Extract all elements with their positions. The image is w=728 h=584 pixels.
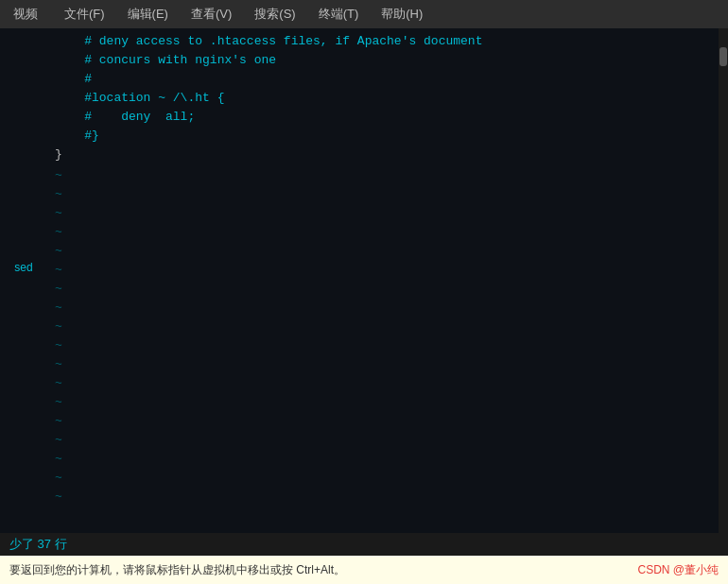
code-line-2: # concurs with nginx's one [47, 51, 719, 70]
status-bar: 少了 37 行 [0, 533, 728, 556]
tilde-2: ~ [55, 185, 711, 204]
sidebar: sed [0, 28, 47, 533]
sidebar-mode-label: sed [0, 259, 47, 276]
menu-terminal[interactable]: 终端(T) [309, 4, 369, 25]
menu-edit[interactable]: 编辑(E) [118, 4, 178, 25]
editor-area: sed # deny access to .htaccess files, if… [0, 28, 728, 533]
notification-brand: CSDN @董小纯 [637, 562, 719, 578]
tilde-12: ~ [55, 374, 711, 393]
code-editor[interactable]: # deny access to .htaccess files, if Apa… [47, 28, 719, 533]
code-line-3: # [47, 70, 719, 89]
tilde-7: ~ [55, 280, 711, 299]
status-text: 少了 37 行 [9, 536, 67, 553]
tilde-16: ~ [55, 450, 711, 469]
menu-help[interactable]: 帮助(H) [372, 4, 432, 25]
menu-view[interactable]: 查看(V) [182, 4, 241, 25]
tilde-17: ~ [55, 469, 711, 488]
tilde-5: ~ [55, 242, 711, 261]
tilde-13: ~ [55, 393, 711, 412]
code-line-1: # deny access to .htaccess files, if Apa… [47, 32, 719, 51]
tilde-1: ~ [55, 166, 711, 185]
tilde-15: ~ [55, 431, 711, 450]
tilde-8: ~ [55, 299, 711, 318]
menu-file[interactable]: 文件(F) [55, 4, 114, 25]
tilde-6: ~ [55, 261, 711, 280]
tilde-9: ~ [55, 318, 711, 336]
scrollbar[interactable] [719, 28, 728, 533]
tilde-18: ~ [55, 488, 711, 507]
tilde-3: ~ [55, 204, 711, 223]
tilde-4: ~ [55, 223, 711, 242]
tilde-14: ~ [55, 412, 711, 431]
menu-search[interactable]: 搜索(S) [245, 4, 304, 25]
code-line-7: } [47, 146, 719, 164]
code-line-4: #location ~ /\.ht { [47, 89, 719, 108]
notification-text: 要返回到您的计算机，请将鼠标指针从虚拟机中移出或按 Ctrl+Alt。 [9, 562, 345, 578]
menu-bar: 视频 文件(F) 编辑(E) 查看(V) 搜索(S) 终端(T) 帮助(H) [0, 0, 728, 28]
scrollbar-thumb[interactable] [719, 47, 727, 66]
tilde-10: ~ [55, 336, 711, 355]
tilde-area: ~ ~ ~ ~ ~ ~ ~ ~ ~ ~ ~ ~ ~ ~ ~ ~ ~ ~ [47, 164, 719, 508]
menu-video-label: 视频 [8, 4, 43, 25]
notification-bar: 要返回到您的计算机，请将鼠标指针从虚拟机中移出或按 Ctrl+Alt。 CSDN… [0, 556, 728, 584]
code-line-6: #} [47, 127, 719, 146]
code-line-5: # deny all; [47, 108, 719, 127]
tilde-11: ~ [55, 355, 711, 374]
